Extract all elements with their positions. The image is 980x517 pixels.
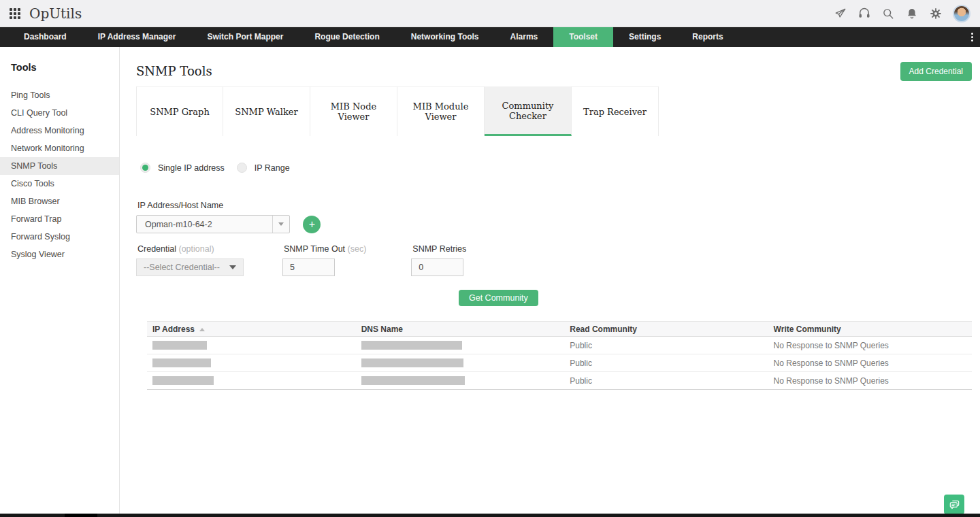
chat-bubbles-icon[interactable] <box>944 495 964 514</box>
ip-address-value[interactable]: Opman-m10-64-2 <box>137 220 272 229</box>
get-community-button[interactable]: Get Community <box>459 290 538 306</box>
nav-item-settings[interactable]: Settings <box>613 27 676 47</box>
retries-field-group: SNMP Retries 0 <box>411 244 466 276</box>
horizontal-scrollbar[interactable] <box>0 514 980 517</box>
topbar: OpUtils <box>0 0 980 27</box>
credential-field-group: Credential (optional) --Select Credentia… <box>136 244 244 276</box>
user-avatar[interactable] <box>953 5 970 22</box>
single-ip-radio-label[interactable]: Single IP address <box>158 163 225 173</box>
gear-icon[interactable] <box>929 7 943 20</box>
tab-mib-node-viewer[interactable]: MIB Node Viewer <box>310 86 397 136</box>
ip-range-radio[interactable] <box>237 163 247 173</box>
redacted-ip-value <box>152 341 207 350</box>
nav-item-dashboard[interactable]: Dashboard <box>8 27 82 47</box>
ip-address-label: IP Address/Host Name <box>136 201 972 210</box>
timeout-label: SNMP Time Out (sec) <box>282 244 366 254</box>
timeout-field-group: SNMP Time Out (sec) 5 <box>282 244 366 276</box>
table-row[interactable]: Public No Response to SNMP Queries <box>147 337 972 354</box>
tools-sidebar: Tools Ping Tools CLI Query Tool Address … <box>0 47 120 514</box>
read-community-cell: Public <box>564 358 768 368</box>
bell-icon[interactable] <box>905 7 919 20</box>
table-row[interactable]: Public No Response to SNMP Queries <box>147 354 972 372</box>
redacted-dns-value <box>361 358 463 367</box>
chevron-down-icon <box>229 265 236 269</box>
nav-item-rogue-detection[interactable]: Rogue Detection <box>299 27 395 47</box>
sidebar-item-forward-trap[interactable]: Forward Trap <box>0 210 119 228</box>
community-results-table: IP Address DNS Name Read Community Write… <box>147 321 972 390</box>
sidebar-item-address-monitoring[interactable]: Address Monitoring <box>0 122 119 139</box>
sidebar-item-network-monitoring[interactable]: Network Monitoring <box>0 139 119 157</box>
sidebar-item-snmp-tools[interactable]: SNMP Tools <box>0 157 119 175</box>
nav-item-toolset[interactable]: Toolset <box>553 27 613 47</box>
tab-snmp-walker[interactable]: SNMP Walker <box>223 86 310 136</box>
app-logo: OpUtils <box>29 5 82 22</box>
tab-snmp-graph[interactable]: SNMP Graph <box>136 86 223 136</box>
topbar-actions <box>834 5 970 22</box>
column-header-read-community[interactable]: Read Community <box>564 324 768 334</box>
tab-trap-receiver[interactable]: Trap Receiver <box>572 86 659 136</box>
read-community-cell: Public <box>564 376 768 386</box>
main-nav: Dashboard IP Address Manager Switch Port… <box>0 27 980 47</box>
add-ip-button[interactable]: + <box>303 216 321 233</box>
credential-select[interactable]: --Select Credential-- <box>136 258 244 276</box>
table-row[interactable]: Public No Response to SNMP Queries <box>147 372 972 390</box>
sidebar-item-cisco-tools[interactable]: Cisco Tools <box>0 175 119 193</box>
nav-item-reports[interactable]: Reports <box>676 27 738 47</box>
column-header-write-community[interactable]: Write Community <box>768 324 972 334</box>
page-title: SNMP Tools <box>136 64 212 78</box>
tab-community-checker[interactable]: Community Checker <box>485 86 572 136</box>
sidebar-item-forward-syslog[interactable]: Forward Syslog <box>0 228 119 246</box>
snmp-timeout-input[interactable]: 5 <box>282 258 335 276</box>
credential-select-value: --Select Credential-- <box>144 263 220 272</box>
search-icon[interactable] <box>881 7 895 20</box>
read-community-cell: Public <box>564 341 768 350</box>
nav-item-switch-port-mapper[interactable]: Switch Port Mapper <box>191 27 299 47</box>
redacted-ip-value <box>152 376 214 385</box>
oputils-app: OpUtils Dashboard IP Address Manager Swi… <box>0 0 980 517</box>
table-header-row: IP Address DNS Name Read Community Write… <box>147 321 972 337</box>
content: Tools Ping Tools CLI Query Tool Address … <box>0 47 980 514</box>
snmp-tools-tabs: SNMP Graph SNMP Walker MIB Node Viewer M… <box>136 86 972 136</box>
sidebar-item-syslog-viewer[interactable]: Syslog Viewer <box>0 246 119 263</box>
headset-icon[interactable] <box>858 7 871 20</box>
rocket-icon[interactable] <box>834 7 847 20</box>
write-community-cell: No Response to SNMP Queries <box>768 341 972 350</box>
nav-item-networking-tools[interactable]: Networking Tools <box>395 27 495 47</box>
snmp-retries-input[interactable]: 0 <box>411 258 463 276</box>
ip-address-field-group: IP Address/Host Name Opman-m10-64-2 + <box>136 201 972 233</box>
chevron-down-icon[interactable] <box>272 216 289 233</box>
ip-address-combobox[interactable]: Opman-m10-64-2 <box>136 215 290 233</box>
sort-asc-icon <box>199 328 205 331</box>
credential-label: Credential (optional) <box>136 244 244 254</box>
add-credential-button[interactable]: Add Credential <box>900 62 972 81</box>
snmp-settings-row: Credential (optional) --Select Credentia… <box>136 244 972 276</box>
sidebar-item-mib-browser[interactable]: MIB Browser <box>0 193 119 210</box>
ip-mode-radio-group: Single IP address IP Range <box>136 163 972 173</box>
tab-mib-module-viewer[interactable]: MIB Module Viewer <box>397 86 485 136</box>
main-panel: SNMP Tools Add Credential SNMP Graph SNM… <box>120 47 980 514</box>
column-header-dns-name[interactable]: DNS Name <box>356 324 565 334</box>
redacted-dns-value <box>361 376 465 385</box>
sidebar-item-cli-query-tool[interactable]: CLI Query Tool <box>0 104 119 122</box>
app-launcher-icon[interactable] <box>10 8 20 19</box>
write-community-cell: No Response to SNMP Queries <box>768 358 972 368</box>
retries-label: SNMP Retries <box>411 244 466 254</box>
main-header: SNMP Tools Add Credential <box>136 62 972 80</box>
write-community-cell: No Response to SNMP Queries <box>768 376 972 386</box>
kebab-menu-icon[interactable] <box>967 27 977 47</box>
redacted-dns-value <box>361 341 462 350</box>
single-ip-radio[interactable] <box>140 163 150 173</box>
ip-range-radio-label[interactable]: IP Range <box>255 163 290 173</box>
sidebar-title: Tools <box>0 58 119 86</box>
nav-item-ip-address-manager[interactable]: IP Address Manager <box>82 27 192 47</box>
redacted-ip-value <box>152 358 211 367</box>
nav-item-alarms[interactable]: Alarms <box>495 27 554 47</box>
sidebar-item-ping-tools[interactable]: Ping Tools <box>0 86 119 104</box>
column-header-ip-address[interactable]: IP Address <box>147 324 356 334</box>
